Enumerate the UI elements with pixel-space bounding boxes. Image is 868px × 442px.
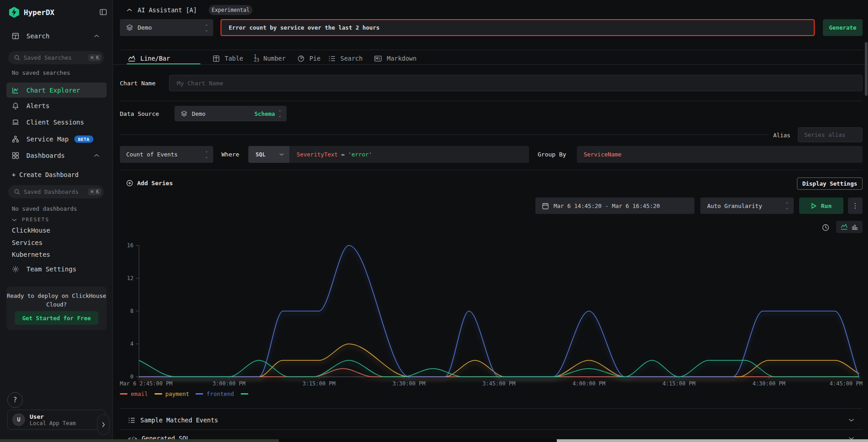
chart-name-input[interactable]: My Chart Name bbox=[169, 75, 863, 91]
time-range-picker[interactable]: Mar 6 14:45:20 - Mar 6 16:45:20 bbox=[535, 198, 694, 214]
group-by-value: ServiceName bbox=[584, 151, 621, 158]
sidebar-collapse-icon[interactable] bbox=[99, 8, 107, 16]
chart-name-placeholder: My Chart Name bbox=[177, 80, 223, 87]
series-line-payment bbox=[139, 344, 859, 377]
clock-icon bbox=[822, 224, 829, 231]
chart-name-label: Chart Name bbox=[120, 80, 155, 87]
sidebar-item-service-map[interactable]: Service Map BETA bbox=[12, 135, 106, 143]
preset-kubernetes[interactable]: Kubernetes bbox=[12, 251, 50, 258]
svg-text:Mar 6 2:45:00 PM: Mar 6 2:45:00 PM bbox=[120, 380, 173, 387]
tab-label: Table bbox=[225, 55, 243, 62]
svg-text:0: 0 bbox=[130, 374, 134, 380]
sidebar-item-client-sessions[interactable]: Client Sessions bbox=[12, 119, 106, 126]
svg-text:16: 16 bbox=[127, 242, 134, 249]
svg-text:3:15:00 PM: 3:15:00 PM bbox=[303, 380, 335, 387]
user-menu[interactable]: U User Local App Team bbox=[7, 410, 106, 430]
data-source-select[interactable]: Demo Schema ⌃⌄ bbox=[175, 106, 287, 121]
line-chart-canvas[interactable]: 0481216Mar 6 2:45:00 PM3:00:00 PM3:15:00… bbox=[113, 235, 868, 395]
chevron-up-icon[interactable] bbox=[94, 34, 99, 38]
svg-text:4:00:00 PM: 4:00:00 PM bbox=[572, 380, 605, 387]
generate-button[interactable]: Generate bbox=[823, 19, 863, 36]
chevron-down-icon bbox=[12, 218, 17, 222]
user-name: User bbox=[30, 413, 76, 420]
tab-search[interactable]: Search bbox=[329, 55, 363, 62]
sidebar-item-label: Service Map bbox=[26, 135, 69, 143]
ai-assistant-header[interactable]: AI Assistant [A] Experimental bbox=[127, 5, 252, 15]
legend-item[interactable]: email bbox=[120, 390, 150, 397]
bar-chart-toggle-icon[interactable] bbox=[852, 224, 858, 230]
legend-label: email bbox=[131, 390, 148, 397]
chart-legend: emailpaymentfrontend bbox=[120, 390, 254, 397]
tab-line-bar[interactable]: Line/Bar bbox=[128, 55, 170, 62]
get-started-button[interactable]: Get Started for Free bbox=[15, 311, 98, 325]
panel-expand-button[interactable] bbox=[97, 414, 110, 435]
sidebar-item-chart-explorer[interactable]: Chart Explorer bbox=[6, 83, 107, 98]
alias-placeholder: Series alias bbox=[804, 131, 845, 138]
presets-header[interactable]: PRESETS bbox=[12, 217, 49, 223]
table-icon bbox=[213, 55, 220, 62]
alias-input[interactable]: Series alias bbox=[798, 127, 863, 142]
add-series-button[interactable]: Add Series bbox=[126, 180, 173, 187]
pie-chart-icon bbox=[298, 55, 304, 62]
aggregation-select[interactable]: Count of Events ⌃⌄ bbox=[120, 146, 213, 163]
legend-item[interactable]: frontend bbox=[195, 390, 236, 397]
help-button[interactable]: ? bbox=[7, 392, 23, 408]
chevron-up-icon bbox=[127, 8, 132, 12]
line-chart-icon bbox=[128, 55, 135, 62]
legend-item[interactable]: payment bbox=[154, 390, 192, 397]
saved-dashboards-input[interactable]: Saved Dashboards ⌘ K bbox=[8, 185, 104, 198]
run-button[interactable]: Run bbox=[799, 198, 843, 214]
time-format-toggle[interactable] bbox=[821, 223, 830, 232]
ai-source-select[interactable]: Demo ⌃⌄ bbox=[120, 19, 213, 36]
ai-source-value: Demo bbox=[138, 24, 152, 31]
where-label: Where bbox=[221, 151, 239, 158]
tab-label: Line/Bar bbox=[140, 55, 170, 62]
tab-table[interactable]: Table bbox=[213, 55, 243, 62]
granularity-select[interactable]: Auto Granularity ⌃⌄ bbox=[700, 198, 794, 214]
tab-markdown[interactable]: Markdown bbox=[374, 55, 416, 62]
ai-prompt-input[interactable]: Error count by service over the last 2 h… bbox=[221, 19, 815, 36]
chevron-updown-icon: ⌃⌄ bbox=[279, 110, 281, 117]
schema-link[interactable]: Schema bbox=[254, 110, 275, 117]
sample-matched-events-panel[interactable]: Sample Matched Events bbox=[128, 413, 863, 427]
markdown-icon bbox=[374, 56, 382, 62]
group-by-input[interactable]: ServiceName bbox=[577, 146, 863, 163]
saved-searches-placeholder: Saved Searches bbox=[24, 54, 72, 61]
line-chart-toggle-icon[interactable] bbox=[841, 224, 847, 230]
sidebar-item-search[interactable]: Search bbox=[12, 32, 106, 40]
where-language-select[interactable]: SQL bbox=[248, 146, 289, 163]
tab-pie[interactable]: Pie bbox=[298, 55, 320, 62]
tab-label: Number bbox=[263, 55, 286, 62]
language-value: SQL bbox=[256, 151, 266, 158]
scrollbar-thumb[interactable] bbox=[865, 42, 868, 96]
list-icon bbox=[128, 417, 135, 423]
saved-searches-input[interactable]: Saved Searches ⌘ K bbox=[8, 51, 104, 64]
chevron-up-icon[interactable] bbox=[94, 154, 99, 157]
panel-label: Sample Matched Events bbox=[140, 416, 218, 424]
tab-number[interactable]: 123 Number bbox=[254, 55, 286, 62]
create-dashboard-button[interactable]: + Create Dashboard bbox=[12, 171, 78, 178]
layers-icon bbox=[126, 24, 133, 31]
search-icon bbox=[14, 189, 20, 195]
display-settings-button[interactable]: Display Settings bbox=[797, 177, 863, 190]
gear-icon bbox=[12, 265, 19, 273]
sidebar-item-team-settings[interactable]: Team Settings bbox=[12, 265, 106, 273]
preset-services[interactable]: Services bbox=[12, 239, 42, 246]
sidebar-item-dashboards[interactable]: Dashboards bbox=[12, 152, 106, 159]
chevron-updown-icon: ⌃⌄ bbox=[205, 151, 208, 158]
legend-dash-icon bbox=[241, 393, 248, 395]
preset-clickhouse[interactable]: ClickHouse bbox=[12, 227, 50, 234]
more-options-button[interactable]: ⋮ bbox=[848, 198, 863, 214]
no-saved-dashboards-text: No saved dashboards bbox=[12, 205, 77, 212]
legend-item[interactable] bbox=[241, 393, 254, 395]
layers-icon bbox=[181, 110, 187, 117]
plus-circle-icon bbox=[126, 180, 133, 187]
svg-text:8: 8 bbox=[130, 308, 134, 314]
where-input[interactable]: SeverityText = 'error' bbox=[297, 151, 372, 158]
sidebar-item-alerts[interactable]: Alerts bbox=[12, 102, 106, 109]
chevron-down-icon[interactable] bbox=[848, 418, 854, 422]
bottom-strip-middle bbox=[279, 439, 557, 442]
ai-assistant-title: AI Assistant [A] bbox=[138, 6, 197, 14]
legend-dash-icon bbox=[154, 393, 162, 395]
sidebar-item-label: Chart Explorer bbox=[26, 87, 80, 94]
